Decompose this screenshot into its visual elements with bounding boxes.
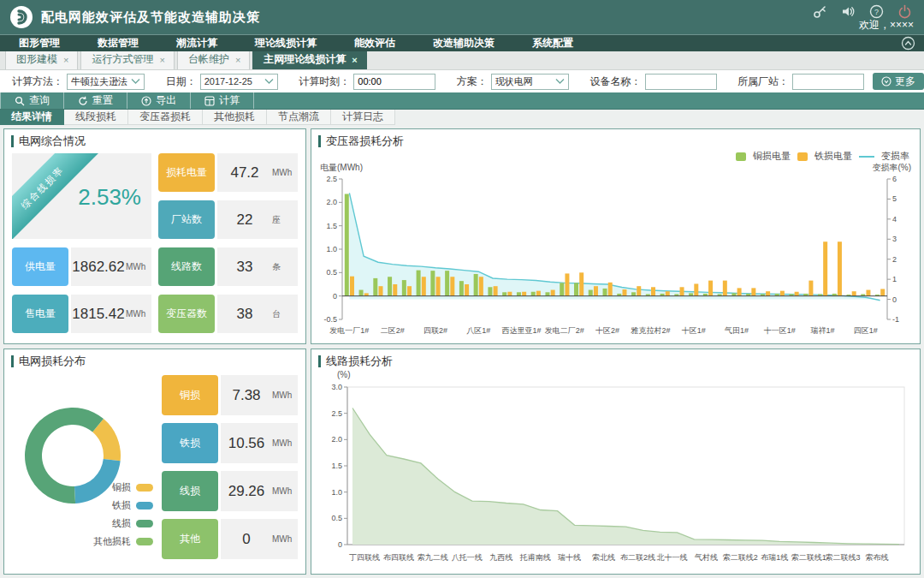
svg-text:0: 0 [892, 295, 897, 304]
subtab-node-flow[interactable]: 节点潮流 [267, 110, 331, 125]
date-select[interactable]: 2017-12-25 [200, 74, 278, 90]
menu-renovation-decision[interactable]: 改造辅助决策 [414, 36, 513, 51]
line-count-stat: 线路数 33条 [158, 247, 298, 286]
svg-text:九西线: 九西线 [489, 553, 512, 562]
menu-graphic-management[interactable]: 图形管理 [0, 36, 79, 51]
svg-text:4: 4 [892, 215, 897, 223]
svg-text:布四联线: 布四联线 [383, 553, 414, 562]
transformer-chart-legend: 铜损电量 铁损电量 变损率 [736, 150, 909, 163]
svg-text:1.0: 1.0 [326, 245, 337, 253]
svg-text:瑞祥1#: 瑞祥1# [810, 326, 835, 335]
svg-text:四联2#: 四联2# [424, 326, 447, 335]
tab-close-icon[interactable]: × [352, 55, 357, 65]
stat-unit: 座 [272, 214, 298, 226]
reset-button[interactable]: 重置 [63, 92, 127, 109]
donut-legend-other-swatch [136, 538, 153, 545]
more-button-label: 更多 [895, 74, 915, 89]
station-input[interactable] [792, 74, 864, 90]
menu-data-management[interactable]: 数据管理 [79, 36, 157, 51]
subtab-other-loss[interactable]: 其他损耗 [203, 110, 267, 125]
svg-text:6: 6 [892, 175, 897, 183]
svg-text:3.0: 3.0 [331, 383, 342, 391]
stat-value: 1862.62 [71, 259, 126, 276]
legend-rate-line [859, 156, 874, 158]
tab-label: 图形建模 [16, 52, 57, 67]
transformer-count-stat: 变压器数 38台 [158, 295, 298, 333]
tab-label: 主网理论线损计算 [264, 52, 346, 67]
tab-operation-mode[interactable]: 运行方式管理 × [80, 49, 174, 69]
svg-text:2.5: 2.5 [331, 409, 342, 418]
stat-label: 其他 [162, 519, 218, 559]
svg-text:-1: -1 [892, 315, 899, 324]
svg-text:1.0: 1.0 [331, 488, 342, 497]
stat-value: 47.2 [217, 164, 272, 182]
svg-text:发电二厂2#: 发电二厂2# [545, 326, 584, 335]
stat-label: 铁损 [162, 423, 218, 463]
key-icon[interactable] [813, 4, 827, 19]
iron-loss-stat: 铁损 10.56MWh [162, 423, 298, 463]
document-tabbar: 图形建模 × 运行方式管理 × 台帐维护 × 主网理论线损计算 × [0, 51, 924, 70]
stat-label: 变压器数 [158, 295, 215, 333]
tab-graphic-modeling[interactable]: 图形建模 × [5, 49, 78, 69]
result-subtabs: 结果详情 线段损耗 变压器损耗 其他损耗 节点潮流 计算日志 [0, 110, 924, 125]
circle-down-icon [881, 76, 891, 86]
device-name-input[interactable] [645, 74, 717, 90]
station-count-stat: 厂站数 22座 [158, 200, 298, 239]
stat-value: 38 [217, 306, 272, 323]
refresh-icon [78, 96, 88, 106]
tab-main-grid-line-loss[interactable]: 主网理论线损计算 × [252, 49, 366, 69]
stat-unit: MWh [126, 309, 151, 319]
welcome-text: 欢迎，×××× [859, 18, 914, 33]
subtab-calc-log[interactable]: 计算日志 [331, 110, 395, 125]
more-button[interactable]: 更多 [873, 73, 924, 90]
power-icon[interactable] [897, 4, 912, 19]
device-name-label: 设备名称： [590, 74, 642, 89]
tab-close-icon[interactable]: × [159, 55, 164, 65]
svg-text:丁四联线: 丁四联线 [349, 553, 380, 562]
calc-time-label: 计算时刻： [299, 74, 350, 89]
stat-value: 7.38 [221, 387, 272, 404]
loss-distribution-panel: 电网损耗分布 铜损 铁损 线损 其他损耗 铜损 7.38MWh 铁损 10.56… [3, 349, 306, 575]
menu-system-config[interactable]: 系统配置 [513, 36, 592, 51]
subtab-segment-loss[interactable]: 线段损耗 [64, 110, 128, 125]
calc-method-select[interactable]: 牛顿拉夫逊法 [67, 74, 145, 90]
tab-label: 运行方式管理 [92, 52, 153, 67]
legend-iron-swatch [797, 152, 808, 161]
calculate-button[interactable]: 计算 [190, 92, 254, 109]
stat-value: 29.26 [221, 483, 272, 500]
svg-text:气村线: 气村线 [694, 553, 718, 562]
calculate-label: 计算 [219, 93, 240, 108]
calc-time-input[interactable] [353, 74, 435, 90]
export-button[interactable]: 导出 [127, 92, 190, 109]
menu-power-flow[interactable]: 潮流计算 [157, 36, 236, 51]
svg-text:?: ? [874, 8, 879, 16]
tab-close-icon[interactable]: × [63, 55, 68, 65]
transformer-loss-chart: 2.52.01.51.00.50-0.56543210-1发电一厂1#二区2#四… [313, 172, 918, 342]
search-icon [15, 96, 25, 106]
tab-label: 台帐维护 [188, 52, 229, 67]
tab-ledger-maintenance[interactable]: 台帐维护 × [177, 49, 250, 69]
svg-text:2.0: 2.0 [326, 198, 337, 206]
subtab-transformer-loss[interactable]: 变压器损耗 [128, 110, 203, 125]
chevron-down-icon [264, 78, 274, 85]
chevron-down-icon [131, 78, 140, 85]
menu-theoretical-line-loss[interactable]: 理论线损计算 [236, 36, 335, 51]
stat-label: 厂站数 [158, 200, 215, 239]
plan-select[interactable]: 现状电网 [491, 74, 569, 90]
svg-text:八托一线: 八托一线 [452, 553, 483, 562]
menu-efficiency-evaluation[interactable]: 能效评估 [335, 36, 414, 51]
query-button[interactable]: 查询 [0, 92, 63, 109]
calculator-icon [204, 96, 215, 106]
sound-icon[interactable] [841, 4, 856, 19]
svg-text:气田1#: 气田1# [724, 326, 749, 335]
tab-close-icon[interactable]: × [235, 55, 240, 65]
action-bar: 查询 重置 导出 计算 [0, 92, 924, 110]
subtab-result-detail[interactable]: 结果详情 [0, 110, 64, 125]
help-icon[interactable]: ? [869, 4, 884, 19]
collapse-up-icon[interactable] [901, 36, 915, 53]
chevron-down-icon [555, 78, 565, 85]
svg-text:十区1#: 十区1# [682, 326, 706, 335]
svg-text:索二联线3: 索二联线3 [826, 553, 861, 562]
sale-energy-stat: 售电量 1815.42MWh [12, 295, 151, 333]
stat-unit: MWh [126, 262, 151, 271]
